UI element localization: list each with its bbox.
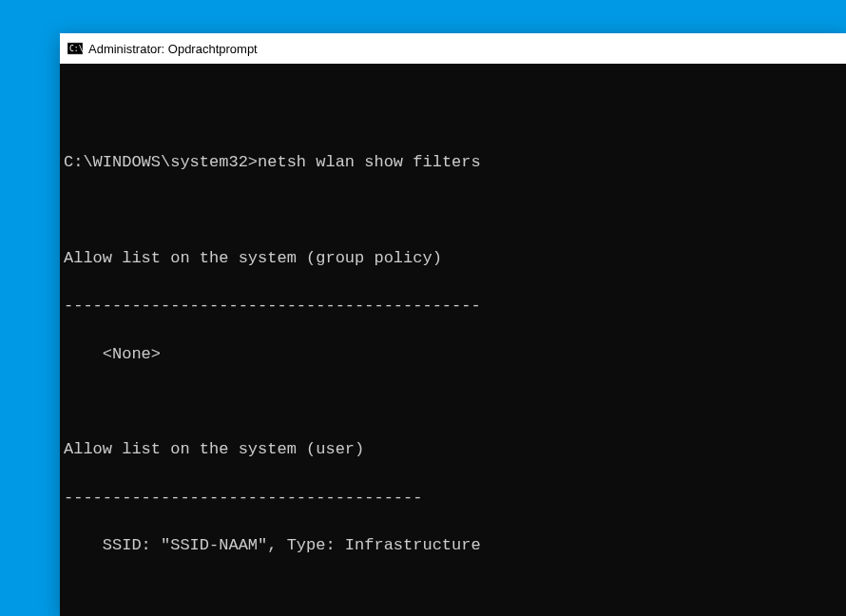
section-divider: ----------------------------------------… (64, 294, 842, 318)
section-content: SSID: "SSID-NAAM", Type: Infrastructure (64, 533, 842, 557)
titlebar[interactable]: C:\ Administrator: Opdrachtprompt (60, 33, 846, 64)
command-prompt-window: C:\ Administrator: Opdrachtprompt C:\WIN… (60, 33, 846, 616)
prompt-line: C:\WINDOWS\system32>netsh wlan show filt… (64, 150, 842, 174)
command-prompt-icon: C:\ (67, 41, 83, 56)
terminal-output[interactable]: C:\WINDOWS\system32>netsh wlan show filt… (60, 64, 846, 616)
svg-text:C:\: C:\ (69, 45, 83, 53)
section-header: Allow list on the system (user) (64, 437, 842, 461)
section-divider: ------------------------------------- (64, 486, 842, 510)
command: netsh wlan show filters (258, 153, 481, 171)
section-content: <None> (64, 342, 842, 366)
section-header: Allow list on the system (group policy) (64, 246, 842, 270)
window-title: Administrator: Opdrachtprompt (88, 42, 258, 56)
prompt: C:\WINDOWS\system32> (64, 153, 258, 171)
